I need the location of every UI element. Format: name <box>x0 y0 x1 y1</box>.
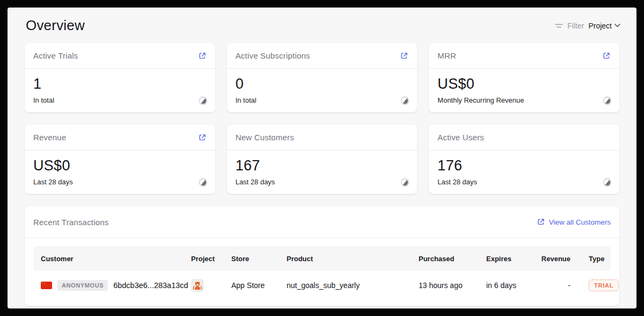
card-title: MRR <box>437 51 456 60</box>
external-link-icon <box>537 218 545 226</box>
filter-lines-icon <box>555 23 563 29</box>
col-product: Product <box>287 255 419 263</box>
metric-value: US$0 <box>33 157 207 174</box>
external-link-icon[interactable] <box>400 52 408 60</box>
filter-label: Filter <box>567 21 584 30</box>
transactions-table: Customer Project Store Product Purchased… <box>25 238 619 306</box>
col-purchased: Purchased <box>419 255 486 263</box>
page-title: Overview <box>26 17 85 34</box>
col-store: Store <box>231 255 287 263</box>
metric-subtitle: Last 28 days <box>33 178 207 186</box>
card-mrr: MRR US$0 Monthly Recurring Revenue <box>429 43 619 112</box>
half-circle-icon <box>199 178 208 187</box>
metrics-row-1: Active Trials 1 In total Active Subscrip… <box>25 43 619 112</box>
transactions-title: Recent Transactions <box>33 218 109 227</box>
card-active-trials: Active Trials 1 In total <box>25 43 215 112</box>
metric-subtitle: In total <box>33 96 207 104</box>
card-new-customers: New Customers 167 Last 28 days <box>227 125 418 194</box>
customer-id[interactable]: 6bdcb3e6...283a13cd <box>113 281 188 290</box>
metric-value: 0 <box>236 76 409 92</box>
metric-subtitle: Last 28 days <box>437 178 611 186</box>
half-circle-icon <box>603 96 612 105</box>
revenue-cell: - <box>538 281 570 290</box>
customer-cell: ANONYMOUS 6bdcb3e6...283a13cd <box>41 280 191 291</box>
metrics-row-2: Revenue US$0 Last 28 days New Customers … <box>25 125 619 194</box>
external-link-icon[interactable] <box>602 52 611 60</box>
recent-transactions-card: Recent Transactions View all Customers C… <box>25 206 619 306</box>
card-title: Active Users <box>437 133 484 142</box>
filter-project-dropdown[interactable]: Project <box>588 21 620 30</box>
card-title: Active Subscriptions <box>236 51 310 60</box>
metric-subtitle: Last 28 days <box>236 178 409 186</box>
card-revenue: Revenue US$0 Last 28 days <box>25 125 215 194</box>
topbar: Overview Filter Project <box>8 8 636 34</box>
external-link-icon[interactable] <box>198 133 207 142</box>
store-cell: App Store <box>231 281 287 290</box>
col-project: Project <box>191 255 231 263</box>
col-expires: Expires <box>486 255 538 263</box>
view-all-customers-link[interactable]: View all Customers <box>537 218 611 226</box>
table-row[interactable]: ANONYMOUS 6bdcb3e6...283a13cd App Store … <box>33 274 611 297</box>
purchased-cell: 13 hours ago <box>419 281 486 290</box>
card-title: Active Trials <box>33 51 78 60</box>
card-active-users: Active Users 176 Last 28 days <box>429 125 619 194</box>
product-cell: nut_goals_sub_yearly <box>287 281 419 290</box>
type-cell: TRIAL <box>570 279 619 291</box>
half-circle-icon <box>603 178 612 187</box>
dashboard-page: Overview Filter Project Active Trials 1 <box>8 8 636 308</box>
table-header-row: Customer Project Store Product Purchased… <box>33 246 611 271</box>
external-link-icon[interactable] <box>198 52 207 60</box>
col-type: Type <box>570 255 611 263</box>
chevron-down-icon <box>614 24 620 27</box>
china-flag-icon <box>41 282 52 289</box>
trial-badge: TRIAL <box>589 279 619 291</box>
half-circle-icon <box>400 96 409 105</box>
project-app-icon <box>191 279 204 292</box>
metric-value: US$0 <box>437 76 611 92</box>
project-filter: Filter Project <box>555 21 620 30</box>
metric-subtitle: In total <box>236 96 409 104</box>
card-title: Revenue <box>33 133 66 142</box>
project-cell[interactable] <box>191 279 231 292</box>
expires-cell: in 6 days <box>486 281 538 290</box>
metric-value: 176 <box>437 157 611 174</box>
anonymous-badge: ANONYMOUS <box>57 280 108 291</box>
col-revenue: Revenue <box>538 255 570 263</box>
half-circle-icon <box>199 96 208 105</box>
metric-value: 167 <box>236 157 409 174</box>
metric-value: 1 <box>33 76 207 92</box>
card-active-subscriptions: Active Subscriptions 0 In total <box>227 43 418 112</box>
card-title: New Customers <box>236 133 294 142</box>
metric-subtitle: Monthly Recurring Revenue <box>437 96 611 104</box>
half-circle-icon <box>400 178 409 187</box>
col-customer: Customer <box>41 255 191 263</box>
